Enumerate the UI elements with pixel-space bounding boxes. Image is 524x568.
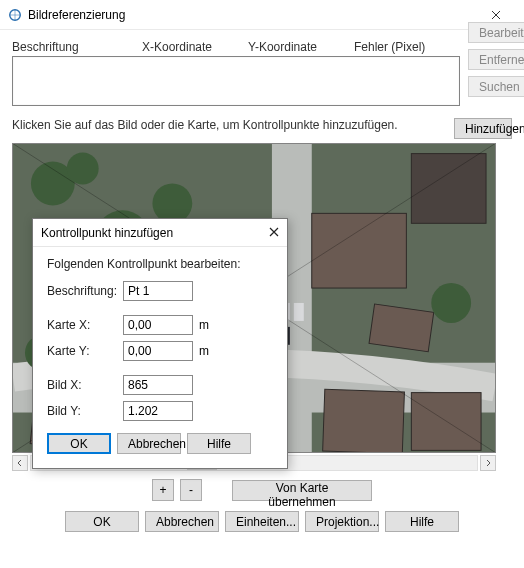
mapy-field-label: Karte Y:: [47, 344, 117, 358]
add-button[interactable]: Hinzufügen: [454, 118, 512, 139]
label-field[interactable]: [123, 281, 193, 301]
imgx-field[interactable]: [123, 375, 193, 395]
dialog-help-button[interactable]: Hilfe: [187, 433, 251, 454]
dialog-close-button[interactable]: [269, 226, 279, 240]
imgy-field[interactable]: [123, 401, 193, 421]
dialog-ok-button[interactable]: OK: [47, 433, 111, 454]
edit-button[interactable]: Bearbeiten...: [468, 22, 524, 43]
zoom-out-button[interactable]: -: [180, 479, 202, 501]
label-field-label: Beschriftung:: [47, 284, 117, 298]
svg-rect-9: [411, 154, 486, 224]
svg-rect-6: [323, 389, 405, 452]
scroll-right-icon[interactable]: [480, 455, 496, 471]
units-button[interactable]: Einheiten...: [225, 511, 299, 532]
col-y: Y-Koordinate: [248, 40, 354, 56]
add-control-point-dialog: Kontrollpunkt hinzufügen Folgenden Kontr…: [32, 218, 288, 469]
window-title: Bildreferenzierung: [28, 8, 125, 22]
col-label: Beschriftung: [12, 40, 142, 56]
take-from-map-button[interactable]: Von Karte übernehmen: [232, 480, 372, 501]
search-button[interactable]: Suchen: [468, 76, 524, 97]
mapy-unit: m: [199, 344, 219, 358]
imgx-field-label: Bild X:: [47, 378, 117, 392]
svg-rect-8: [312, 213, 407, 288]
help-button[interactable]: Hilfe: [385, 511, 459, 532]
col-x: X-Koordinate: [142, 40, 248, 56]
scroll-left-icon[interactable]: [12, 455, 28, 471]
columns-header: Beschriftung X-Koordinate Y-Koordinate F…: [12, 40, 460, 56]
app-icon: [8, 8, 22, 22]
mapy-field[interactable]: [123, 341, 193, 361]
cancel-button[interactable]: Abbrechen: [145, 511, 219, 532]
dialog-title: Kontrollpunkt hinzufügen: [41, 226, 173, 240]
mapx-field[interactable]: [123, 315, 193, 335]
svg-point-12: [67, 153, 99, 185]
instruction-text: Klicken Sie auf das Bild oder die Karte,…: [12, 118, 446, 134]
dialog-subtitle: Folgenden Kontrollpunkt bearbeiten:: [47, 257, 273, 271]
remove-button[interactable]: Entfernen: [468, 49, 524, 70]
ok-button[interactable]: OK: [65, 511, 139, 532]
zoom-in-button[interactable]: +: [152, 479, 174, 501]
projection-button[interactable]: Projektion...: [305, 511, 379, 532]
mapx-field-label: Karte X:: [47, 318, 117, 332]
window-titlebar: Bildreferenzierung: [0, 0, 524, 30]
col-err: Fehler (Pixel): [354, 40, 448, 56]
mapx-unit: m: [199, 318, 219, 332]
imgy-field-label: Bild Y:: [47, 404, 117, 418]
dialog-cancel-button[interactable]: Abbrechen: [117, 433, 181, 454]
svg-point-17: [431, 283, 471, 323]
svg-rect-20: [294, 303, 304, 321]
svg-rect-10: [369, 304, 434, 352]
control-points-list[interactable]: [12, 56, 460, 106]
